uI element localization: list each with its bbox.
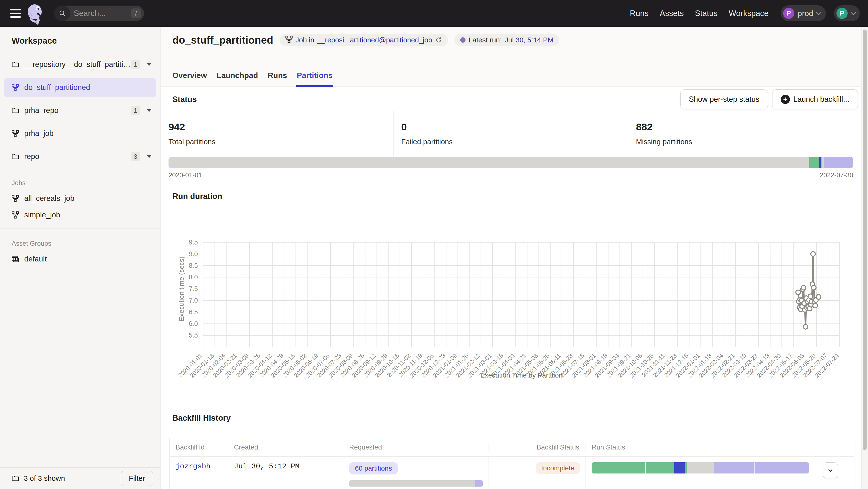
- stat-value: 0: [401, 121, 628, 133]
- chart-point: [811, 286, 816, 290]
- page-scrollbar[interactable]: [861, 27, 868, 489]
- bar-segment: [819, 157, 821, 168]
- y-axis-labels: 9.59.08.58.07.57.06.56.05.5: [189, 239, 198, 339]
- dagster-logo-icon[interactable]: [27, 4, 43, 26]
- stat-total-partitions: 942Total partitions: [161, 111, 393, 157]
- bar-segment: [349, 480, 475, 487]
- top-nav-status[interactable]: Status: [695, 9, 718, 18]
- svg-text:8.0: 8.0: [189, 273, 198, 281]
- bar-segment: [687, 462, 714, 474]
- x-axis-title: Execution Time by Partition: [480, 371, 562, 379]
- run-duration-chart[interactable]: 2020-01-012020-01-182020-02-042020-02-21…: [161, 208, 861, 410]
- sidebar-asset-group-default[interactable]: default: [0, 251, 160, 267]
- partition-stats: 942Total partitions0Failed partitions882…: [161, 111, 855, 157]
- bar-segment: [824, 157, 853, 168]
- latest-run-link[interactable]: Jul 30, 5:14 PM: [505, 36, 554, 44]
- bar-segment: [822, 157, 824, 168]
- stat-label: Missing partitions: [636, 138, 855, 146]
- bar-segment: [645, 462, 675, 474]
- sidebar-item--repository-do-stuff-partitio-[interactable]: __repository__do_stuff_partitio...1: [0, 53, 160, 76]
- page-header: do_stuff_partitioned Job in __reposi...a…: [161, 27, 861, 87]
- caret-down-icon[interactable]: [147, 155, 152, 158]
- job-location-link[interactable]: __reposi...artitioned@partitioned_job: [317, 36, 432, 44]
- run-status-bar[interactable]: [592, 462, 809, 474]
- partition-range-start: 2020-01-01: [168, 171, 202, 179]
- backfill-id-link[interactable]: jozrgsbh: [176, 462, 211, 470]
- deployment-label: prod: [798, 9, 813, 18]
- svg-text:9.0: 9.0: [189, 250, 198, 258]
- divider: [161, 432, 861, 432]
- filter-button[interactable]: Filter: [121, 471, 153, 486]
- sidebar-title: Workspace: [0, 27, 160, 53]
- launch-backfill-button[interactable]: + Launch backfill...: [772, 90, 858, 109]
- top-nav-assets[interactable]: Assets: [660, 9, 684, 18]
- run-duration-chart-box: 2020-01-012020-01-182020-02-042020-02-21…: [161, 208, 861, 410]
- sidebar-item-prha-repo[interactable]: prha_repo1: [0, 99, 160, 122]
- tab-runs[interactable]: Runs: [267, 71, 287, 87]
- column-header-created: Created: [228, 444, 343, 451]
- bar-segment: [809, 157, 819, 168]
- user-menu[interactable]: P: [834, 5, 860, 21]
- sidebar-item-label: do_stuff_partitioned: [24, 83, 90, 92]
- show-per-step-status-button[interactable]: Show per-step status: [680, 90, 768, 109]
- page-title: do_stuff_partitioned: [173, 34, 273, 46]
- bar-segment: [754, 462, 809, 474]
- status-heading: Status: [173, 95, 197, 104]
- chart-point: [816, 295, 821, 299]
- scrollbar-thumb[interactable]: [863, 30, 867, 450]
- svg-text:8.5: 8.5: [189, 262, 198, 269]
- sidebar-item-do-stuff-partitioned[interactable]: do_stuff_partitioned: [0, 76, 160, 99]
- sidebar-job-simple_job[interactable]: simple_job: [0, 207, 160, 223]
- top-nav-runs[interactable]: Runs: [630, 9, 649, 18]
- sidebar-job-all_cereals_job[interactable]: all_cereals_job: [0, 190, 160, 207]
- sidebar-item-label: repo: [24, 152, 39, 161]
- job-icon: [12, 211, 19, 219]
- global-search[interactable]: /: [54, 6, 144, 21]
- chart-point: [813, 303, 817, 308]
- sidebar-item-prha-job[interactable]: prha_job: [0, 122, 160, 145]
- bar-segment: [592, 462, 645, 474]
- column-header-run-status: Run Status: [586, 444, 815, 451]
- jobs-section-label: Jobs: [0, 168, 160, 190]
- search-shortcut-badge: /: [131, 8, 141, 18]
- sidebar-item-repo[interactable]: repo3: [0, 145, 160, 168]
- folder-icon: [12, 153, 19, 160]
- latest-run-label: Latest run:: [468, 36, 502, 44]
- partition-status-bar[interactable]: [168, 157, 853, 168]
- svg-text:7.0: 7.0: [189, 297, 198, 304]
- run-status-dot: [460, 37, 466, 43]
- deployment-switcher[interactable]: P prod: [781, 5, 826, 21]
- chevron-down-icon: [816, 10, 822, 15]
- backfill-history-heading: Backfill History: [173, 414, 230, 423]
- search-input[interactable]: [74, 9, 122, 18]
- top-nav-workspace[interactable]: Workspace: [729, 9, 769, 18]
- tab-partitions[interactable]: Partitions: [296, 71, 333, 87]
- caret-down-icon[interactable]: [147, 63, 152, 66]
- tab-launchpad[interactable]: Launchpad: [216, 71, 258, 87]
- stat-label: Total partitions: [168, 138, 393, 146]
- tab-overview[interactable]: Overview: [172, 71, 207, 87]
- stat-value: 942: [168, 121, 393, 133]
- job-icon: [12, 195, 19, 202]
- topbar: / RunsAssetsStatusWorkspace P prod P: [0, 0, 868, 27]
- chart-point: [803, 324, 808, 329]
- deployment-avatar: P: [783, 8, 794, 19]
- menu-icon[interactable]: [10, 9, 21, 18]
- sidebar-item-label: all_cereals_job: [24, 194, 74, 203]
- backfill-table: Backfill IdCreatedRequestedBackfill Stat…: [169, 438, 855, 489]
- column-header-backfill-status: Backfill Status: [489, 444, 586, 451]
- stat-failed-partitions: 0Failed partitions: [393, 111, 628, 157]
- repo-count-label: 3 of 3 shown: [24, 474, 65, 483]
- expand-row-button[interactable]: [823, 462, 838, 478]
- backfill-table-header: Backfill IdCreatedRequestedBackfill Stat…: [170, 438, 854, 457]
- requested-partitions-badge[interactable]: 60 partitions: [349, 462, 398, 475]
- folder-icon: [12, 61, 19, 68]
- chevron-down-icon: [851, 10, 856, 15]
- caret-down-icon[interactable]: [147, 109, 152, 112]
- reload-icon[interactable]: [435, 36, 442, 44]
- y-axis-title: Execution time (secs): [178, 256, 185, 321]
- item-count-badge: 3: [131, 152, 141, 161]
- job-location-pill: Job in __reposi...artitioned@partitioned…: [280, 34, 448, 46]
- plus-circle-icon: +: [781, 95, 790, 104]
- search-icon: [54, 6, 70, 21]
